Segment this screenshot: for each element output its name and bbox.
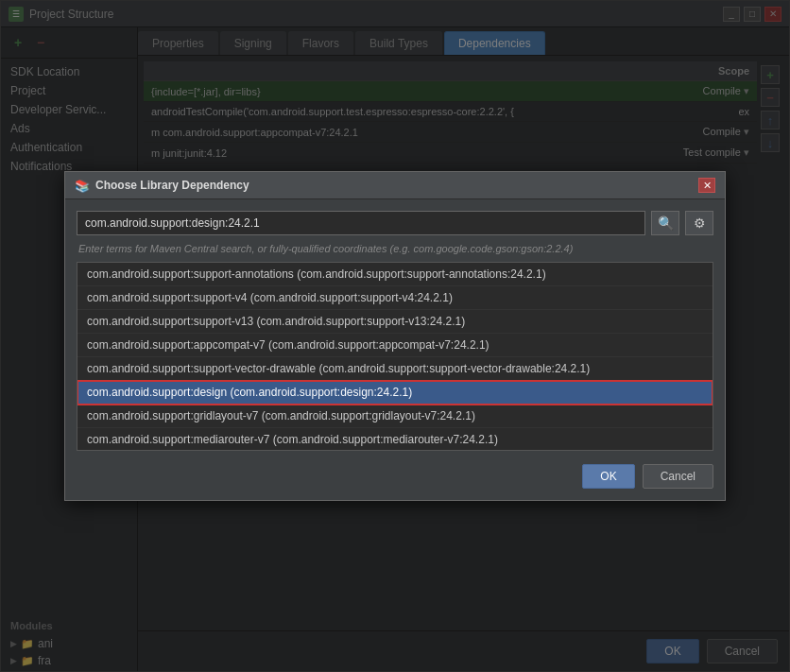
library-list: com.android.support:support-annotations … bbox=[77, 263, 713, 451]
settings-icon: ⚙ bbox=[694, 215, 706, 231]
library-search-input[interactable] bbox=[77, 211, 645, 235]
dialog-close-button[interactable]: ✕ bbox=[698, 178, 715, 193]
dialog-cancel-button[interactable]: Cancel bbox=[643, 464, 713, 489]
list-item[interactable]: com.android.support:support-v13 (com.and… bbox=[77, 310, 713, 334]
choose-library-dialog: 📚 Choose Library Dependency ✕ 🔍 ⚙ Enter … bbox=[64, 171, 726, 501]
list-item[interactable]: com.android.support:gridlayout-v7 (com.a… bbox=[77, 405, 713, 428]
settings-button[interactable]: ⚙ bbox=[685, 211, 713, 235]
list-item[interactable]: com.android.support:support-vector-drawa… bbox=[77, 357, 713, 381]
dialog-title-bar: 📚 Choose Library Dependency ✕ bbox=[65, 172, 725, 199]
list-item-selected[interactable]: com.android.support:design (com.android.… bbox=[77, 381, 713, 405]
search-icon: 🔍 bbox=[658, 215, 674, 231]
library-list-container: com.android.support:support-annotations … bbox=[77, 262, 713, 451]
modal-overlay: 📚 Choose Library Dependency ✕ 🔍 ⚙ Enter … bbox=[0, 0, 790, 672]
search-hint: Enter terms for Maven Central search, or… bbox=[77, 243, 713, 254]
search-button[interactable]: 🔍 bbox=[651, 211, 679, 235]
dialog-body: 🔍 ⚙ Enter terms for Maven Central search… bbox=[65, 199, 725, 500]
dialog-bottom-bar: OK Cancel bbox=[77, 464, 713, 489]
list-item[interactable]: com.android.support:appcompat-v7 (com.an… bbox=[77, 334, 713, 357]
list-item[interactable]: com.android.support:mediarouter-v7 (com.… bbox=[77, 428, 713, 451]
dialog-search-row: 🔍 ⚙ bbox=[77, 211, 713, 235]
dialog-ok-button[interactable]: OK bbox=[582, 464, 634, 489]
list-item[interactable]: com.android.support:support-annotations … bbox=[77, 263, 713, 286]
dialog-title-left: 📚 Choose Library Dependency bbox=[75, 179, 249, 193]
list-item[interactable]: com.android.support:support-v4 (com.andr… bbox=[77, 286, 713, 310]
dialog-title-icon: 📚 bbox=[75, 179, 90, 193]
dialog-title-text: Choose Library Dependency bbox=[95, 179, 249, 192]
